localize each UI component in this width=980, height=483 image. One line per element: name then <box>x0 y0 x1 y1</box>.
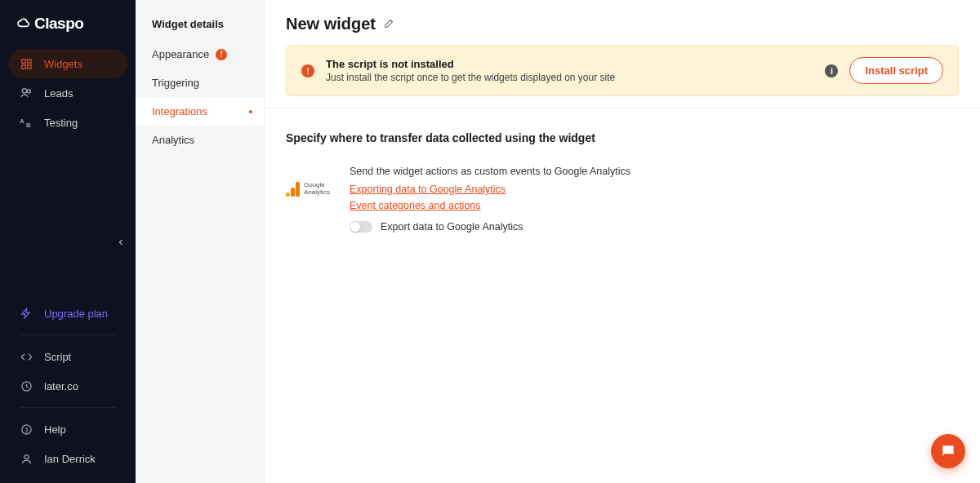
details-label: Appearance <box>152 48 209 60</box>
nav-label: Ian Derrick <box>44 453 96 465</box>
nav-label: later.co <box>44 380 78 392</box>
brand-logo[interactable]: Claspo <box>0 0 136 49</box>
user-icon <box>20 452 33 465</box>
details-integrations[interactable]: Integrations <box>136 97 264 126</box>
details-analytics[interactable]: Analytics <box>136 126 264 154</box>
details-label: Analytics <box>152 134 194 146</box>
grid-icon <box>20 57 33 70</box>
page-header: New widget <box>265 0 980 45</box>
svg-text:A: A <box>20 117 24 125</box>
alert-icon: ! <box>301 64 314 78</box>
nav-leads[interactable]: Leads <box>8 78 127 108</box>
svg-point-10 <box>26 432 27 432</box>
ga-brand-line2: Analytics <box>304 189 330 197</box>
chat-support-button[interactable] <box>931 434 965 468</box>
banner-desc: Just install the script once to get the … <box>326 72 813 83</box>
link-exporting-data[interactable]: Exporting data to Google Analytics <box>350 184 506 195</box>
banner-text: The script is not installed Just install… <box>326 58 813 83</box>
cloud-icon <box>16 17 29 30</box>
divider <box>20 335 116 335</box>
info-icon[interactable]: i <box>825 64 838 78</box>
svg-point-5 <box>27 90 30 93</box>
brand-name: Claspo <box>34 15 83 33</box>
nav-widgets[interactable]: Widgets <box>8 49 127 78</box>
collapse-sidebar-icon[interactable] <box>116 237 126 250</box>
install-script-banner: ! The script is not installed Just insta… <box>286 45 959 96</box>
svg-point-4 <box>22 89 26 93</box>
code-icon <box>20 350 33 363</box>
nav-script[interactable]: Script <box>8 342 127 371</box>
divider <box>20 407 116 408</box>
ab-test-icon: AB <box>20 116 33 129</box>
svg-rect-3 <box>27 64 30 68</box>
lightning-icon <box>20 307 33 320</box>
svg-rect-1 <box>27 59 30 62</box>
widget-details-sidebar: Widget details Appearance ! Triggering I… <box>136 0 265 483</box>
banner-title: The script is not installed <box>326 58 813 70</box>
details-label: Triggering <box>152 77 199 89</box>
warning-badge-icon: ! <box>216 49 227 60</box>
help-icon <box>20 423 33 436</box>
ga-brand-text: Google Analytics <box>304 182 330 197</box>
nav-testing[interactable]: AB Testing <box>8 108 127 137</box>
nav-label: Leads <box>44 87 73 100</box>
details-triggering[interactable]: Triggering <box>136 69 264 97</box>
edit-title-icon[interactable] <box>384 17 395 31</box>
main-content: New widget ! The script is not installed… <box>265 0 980 483</box>
integrations-section: Specify where to transfer data collected… <box>265 109 980 255</box>
svg-rect-0 <box>21 59 24 62</box>
nav-label: Upgrade plan <box>44 308 108 320</box>
ga-toggle-label: Export data to Google Analytics <box>381 221 523 233</box>
install-script-button[interactable]: Install script <box>849 57 943 84</box>
main-sidebar: Claspo Widgets Leads AB Testing <box>0 0 136 483</box>
nav-bottom-group: Upgrade plan Script later.co Help <box>0 299 136 483</box>
svg-rect-2 <box>21 64 24 68</box>
details-label: Integrations <box>152 105 207 117</box>
svg-text:B: B <box>26 122 31 129</box>
ga-description: Send the widget actions as custom events… <box>350 166 959 177</box>
ga-icon <box>286 182 301 197</box>
nav-top-group: Widgets Leads AB Testing <box>0 49 136 137</box>
page-title: New widget <box>286 15 376 33</box>
ga-integration-row: Google Analytics Send the widget actions… <box>286 166 959 233</box>
nav-domain[interactable]: later.co <box>8 371 127 401</box>
svg-point-11 <box>24 454 29 459</box>
details-appearance[interactable]: Appearance ! <box>136 40 264 69</box>
nav-label: Widgets <box>44 58 82 70</box>
nav-user-account[interactable]: Ian Derrick <box>8 444 127 473</box>
users-icon <box>20 86 33 100</box>
nav-label: Script <box>44 351 71 363</box>
nav-help[interactable]: Help <box>8 414 127 444</box>
details-heading: Widget details <box>136 0 264 40</box>
ga-export-toggle[interactable] <box>350 221 372 233</box>
nav-label: Testing <box>44 117 78 129</box>
link-event-categories[interactable]: Event categories and actions <box>350 200 481 211</box>
nav-upgrade-plan[interactable]: Upgrade plan <box>8 299 127 328</box>
clock-icon <box>20 379 33 392</box>
google-analytics-logo: Google Analytics <box>286 166 330 197</box>
nav-label: Help <box>44 423 66 436</box>
section-title: Specify where to transfer data collected… <box>286 131 959 144</box>
